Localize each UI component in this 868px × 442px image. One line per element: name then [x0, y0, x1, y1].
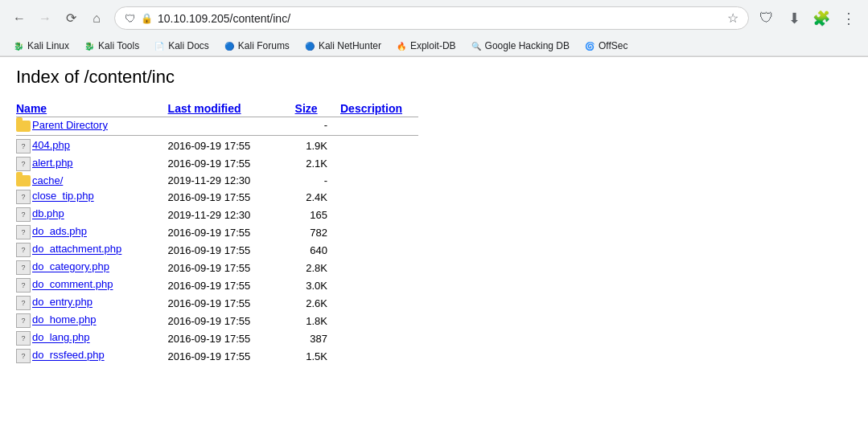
bookmark-item[interactable]: 🔵Kali NetHunter: [298, 38, 388, 54]
file-size-cell: -: [289, 173, 334, 189]
home-button[interactable]: ⌂: [85, 7, 108, 30]
file-icon: ?: [16, 260, 31, 275]
table-row: ?404.php2016-09-19 17:551.9K: [16, 137, 418, 155]
file-name-cell: ?do_rssfeed.php: [16, 347, 162, 365]
table-row: ?alert.php2016-09-19 17:552.1K: [16, 155, 418, 173]
file-link[interactable]: do_rssfeed.php: [32, 350, 105, 362]
file-icon: ?: [16, 190, 31, 204]
file-size-cell: 165: [289, 206, 334, 223]
file-modified-cell: [162, 117, 289, 133]
file-link[interactable]: 404.php: [32, 139, 70, 151]
col-header-size[interactable]: Size: [289, 100, 334, 117]
bookmark-item[interactable]: 🔵Kali Forums: [217, 38, 296, 54]
file-modified-cell: 2019-11-29 12:30: [162, 206, 289, 223]
file-link[interactable]: do_ads.php: [32, 226, 87, 238]
bookmark-item[interactable]: 🔍Google Hacking DB: [464, 38, 576, 54]
bookmark-favicon: 📄: [154, 40, 165, 51]
file-icon: ?: [16, 349, 31, 363]
file-name-cell: ?do_comment.php: [16, 276, 162, 294]
file-table: Name Last modified Size Description Pare…: [16, 100, 418, 365]
address-bar[interactable]: [158, 12, 722, 25]
table-row: ?close_tip.php2016-09-19 17:552.4K: [16, 188, 418, 206]
file-icon: ?: [16, 331, 31, 346]
file-link[interactable]: close_tip.php: [32, 190, 94, 203]
file-desc-cell: [334, 173, 418, 189]
file-icon: ?: [16, 207, 31, 222]
back-button[interactable]: ←: [8, 7, 31, 30]
table-header-row: Name Last modified Size Description: [16, 100, 418, 117]
col-header-description[interactable]: Description: [334, 100, 418, 117]
bookmark-item[interactable]: 🌀OffSec: [578, 38, 634, 54]
file-link[interactable]: do_comment.php: [32, 279, 113, 291]
file-desc-cell: [334, 294, 418, 312]
file-icon: ?: [16, 296, 31, 310]
file-icon: ?: [16, 243, 31, 257]
file-size-cell: 387: [289, 329, 334, 347]
file-size-cell: 1.5K: [289, 347, 334, 365]
file-link[interactable]: do_entry.php: [32, 297, 93, 309]
file-size-cell: 1.8K: [289, 312, 334, 329]
file-size-cell: 2.6K: [289, 294, 334, 312]
file-size-cell: 2.8K: [289, 259, 334, 276]
file-link[interactable]: do_lang.php: [32, 332, 90, 344]
browser-actions: 🛡 ⬇ 🧩 ⋮: [755, 7, 860, 30]
table-row: ?do_lang.php2016-09-19 17:55387: [16, 329, 418, 347]
file-desc-cell: [334, 259, 418, 276]
table-row: ?db.php2019-11-29 12:30165: [16, 206, 418, 223]
file-list: Parent Directory-?404.php2016-09-19 17:5…: [16, 117, 418, 366]
file-link[interactable]: do_category.php: [32, 261, 109, 273]
file-name-cell: ?alert.php: [16, 155, 162, 173]
file-name-cell: ?do_entry.php: [16, 294, 162, 312]
file-name-cell: ?do_home.php: [16, 312, 162, 329]
file-desc-cell: [334, 276, 418, 294]
bookmark-label: Google Hacking DB: [485, 40, 570, 51]
file-link[interactable]: alert.php: [32, 157, 73, 169]
page-title: Index of /content/inc: [16, 67, 852, 88]
file-link[interactable]: do_attachment.php: [32, 244, 121, 256]
bookmark-label: Kali NetHunter: [319, 40, 381, 51]
bookmark-star-button[interactable]: ☆: [727, 10, 738, 26]
file-icon: ?: [16, 225, 31, 239]
file-modified-cell: 2016-09-19 17:55: [162, 312, 289, 329]
parent-folder-icon: [16, 121, 31, 132]
file-link[interactable]: do_home.php: [32, 314, 97, 326]
bookmark-label: Kali Linux: [27, 40, 69, 51]
file-name-cell: cache/: [16, 173, 162, 189]
file-size-cell: 3.0K: [289, 276, 334, 294]
shield-action-button[interactable]: 🛡: [755, 7, 778, 30]
file-modified-cell: 2016-09-19 17:55: [162, 223, 289, 241]
file-modified-cell: 2016-09-19 17:55: [162, 188, 289, 206]
file-icon: ?: [16, 157, 31, 171]
bookmark-item[interactable]: 🐉Kali Linux: [6, 38, 76, 54]
file-icon: ?: [16, 313, 31, 328]
table-row: ?do_category.php2016-09-19 17:552.8K: [16, 259, 418, 276]
file-link[interactable]: Parent Directory: [32, 119, 108, 131]
file-link[interactable]: db.php: [32, 208, 64, 220]
col-header-modified[interactable]: Last modified: [162, 100, 289, 117]
forward-button[interactable]: →: [34, 7, 56, 30]
file-size-cell: 640: [289, 241, 334, 259]
bookmark-item[interactable]: 🔥Exploit-DB: [389, 38, 463, 54]
file-name-cell: ?404.php: [16, 137, 162, 155]
file-link[interactable]: cache/: [32, 174, 63, 186]
file-name-cell: ?db.php: [16, 206, 162, 223]
file-size-cell: 782: [289, 223, 334, 241]
address-bar-container[interactable]: 🛡 🔒 ☆: [114, 6, 749, 30]
bookmark-label: OffSec: [599, 40, 627, 51]
file-desc-cell: [334, 223, 418, 241]
bookmark-favicon: 🔵: [224, 40, 235, 51]
file-desc-cell: [334, 117, 418, 133]
file-modified-cell: 2016-09-19 17:55: [162, 155, 289, 173]
col-header-name[interactable]: Name: [16, 100, 162, 117]
bookmark-item[interactable]: 🐉Kali Tools: [77, 38, 146, 54]
download-button[interactable]: ⬇: [783, 7, 805, 30]
bookmark-item[interactable]: 📄Kali Docs: [147, 38, 216, 54]
file-modified-cell: 2016-09-19 17:55: [162, 241, 289, 259]
reload-button[interactable]: ⟳: [60, 7, 82, 30]
bookmark-label: Kali Forums: [238, 40, 290, 51]
menu-button[interactable]: ⋮: [837, 7, 860, 30]
extensions-button[interactable]: 🧩: [810, 7, 833, 30]
bookmarks-bar: 🐉Kali Linux🐉Kali Tools📄Kali Docs🔵Kali Fo…: [0, 36, 868, 56]
browser-toolbar: ← → ⟳ ⌂ 🛡 🔒 ☆ 🛡 ⬇ 🧩 ⋮: [0, 0, 868, 36]
lock-icon: 🔒: [141, 13, 153, 24]
